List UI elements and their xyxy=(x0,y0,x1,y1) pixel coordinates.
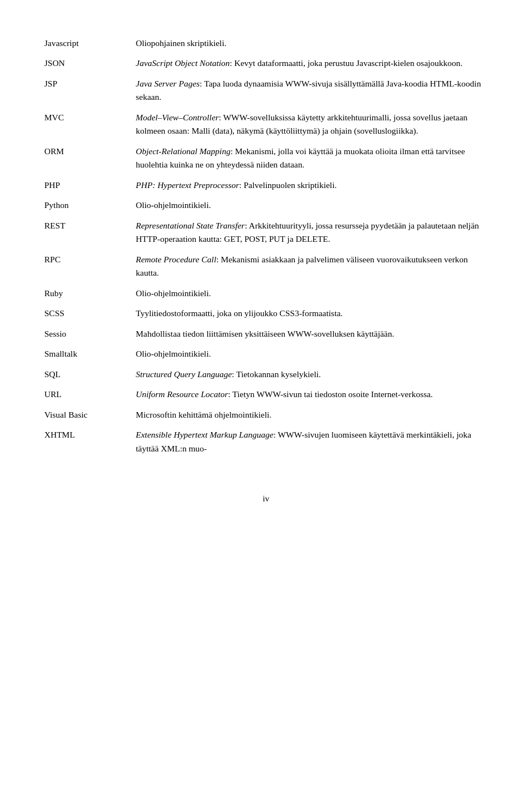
glossary-definition: Mahdollistaa tiedon liittämisen yksittäi… xyxy=(136,324,488,344)
page-number: iv xyxy=(44,492,488,505)
glossary-row: JavascriptOliopohjainen skriptikieli. xyxy=(44,33,488,53)
glossary-row: RESTRepresentational State Transfer: Ark… xyxy=(44,216,488,250)
glossary-definition: Olio-ohjelmointikieli. xyxy=(136,283,488,303)
glossary-table: JavascriptOliopohjainen skriptikieli.JSO… xyxy=(44,33,488,459)
glossary-row: MVCModel–View–Controller: WWW-sovelluksi… xyxy=(44,108,488,141)
glossary-term: SQL xyxy=(44,364,136,384)
glossary-term: PHP xyxy=(44,175,136,195)
glossary-term: Ruby xyxy=(44,283,136,303)
glossary-term: JSP xyxy=(44,74,136,108)
glossary-row: RubyOlio-ohjelmointikieli. xyxy=(44,283,488,303)
glossary-row: JSPJava Server Pages: Tapa luoda dynaami… xyxy=(44,74,488,108)
glossary-row: PythonOlio-ohjelmointikieli. xyxy=(44,195,488,215)
glossary-term: ORM xyxy=(44,141,136,175)
glossary-term: SCSS xyxy=(44,303,136,323)
glossary-row: XHTMLExtensible Hypertext Markup Languag… xyxy=(44,425,488,459)
glossary-definition: JavaScript Object Notation: Kevyt datafo… xyxy=(136,53,488,73)
glossary-definition: Java Server Pages: Tapa luoda dynaamisia… xyxy=(136,74,488,108)
glossary-definition: Tyylitiedostoformaatti, joka on ylijoukk… xyxy=(136,303,488,323)
glossary-term: MVC xyxy=(44,108,136,141)
glossary-definition: Oliopohjainen skriptikieli. xyxy=(136,33,488,53)
glossary-definition: Microsoftin kehittämä ohjelmointikieli. xyxy=(136,405,488,425)
glossary-definition: Olio-ohjelmointikieli. xyxy=(136,344,488,364)
glossary-row: RPCRemote Procedure Call: Mekanismi asia… xyxy=(44,250,488,283)
glossary-term: Javascript xyxy=(44,33,136,53)
glossary-term: Visual Basic xyxy=(44,405,136,425)
glossary-definition: Model–View–Controller: WWW-sovelluksissa… xyxy=(136,108,488,141)
glossary-row: ORMObject-Relational Mapping: Mekanismi,… xyxy=(44,141,488,175)
glossary-definition: Representational State Transfer: Arkkite… xyxy=(136,216,488,250)
glossary-definition: Olio-ohjelmointikieli. xyxy=(136,195,488,215)
glossary-term: JSON xyxy=(44,53,136,73)
glossary-definition: Remote Procedure Call: Mekanismi asiakka… xyxy=(136,250,488,283)
glossary-row: PHPPHP: Hypertext Preprocessor: Palvelin… xyxy=(44,175,488,195)
glossary-term: Python xyxy=(44,195,136,215)
glossary-term: Sessio xyxy=(44,324,136,344)
glossary-row: URLUniform Resource Locator: Tietyn WWW-… xyxy=(44,384,488,404)
glossary-definition: Object-Relational Mapping: Mekanismi, jo… xyxy=(136,141,488,175)
glossary-definition: PHP: Hypertext Preprocessor: Palvelinpuo… xyxy=(136,175,488,195)
glossary-row: SCSSTyylitiedostoformaatti, joka on ylij… xyxy=(44,303,488,323)
glossary-definition: Structured Query Language: Tietokannan k… xyxy=(136,364,488,384)
glossary-row: SmalltalkOlio-ohjelmointikieli. xyxy=(44,344,488,364)
glossary-term: Smalltalk xyxy=(44,344,136,364)
glossary-row: JSONJavaScript Object Notation: Kevyt da… xyxy=(44,53,488,73)
glossary-row: Visual BasicMicrosoftin kehittämä ohjelm… xyxy=(44,405,488,425)
glossary-term: URL xyxy=(44,384,136,404)
glossary-term: RPC xyxy=(44,250,136,283)
glossary-definition: Uniform Resource Locator: Tietyn WWW-siv… xyxy=(136,384,488,404)
glossary-term: REST xyxy=(44,216,136,250)
glossary-row: SQLStructured Query Language: Tietokanna… xyxy=(44,364,488,384)
glossary-row: SessioMahdollistaa tiedon liittämisen yk… xyxy=(44,324,488,344)
glossary-definition: Extensible Hypertext Markup Language: WW… xyxy=(136,425,488,459)
glossary-term: XHTML xyxy=(44,425,136,459)
